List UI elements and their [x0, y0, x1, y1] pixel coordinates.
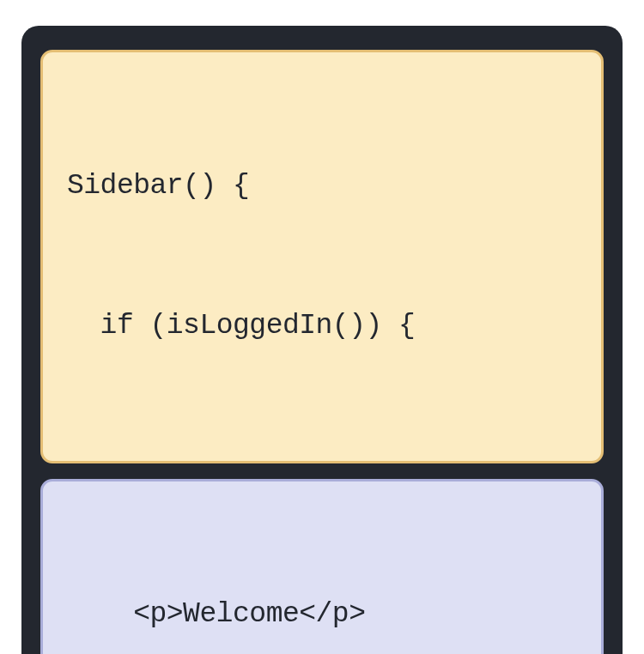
code-diagram-container: Sidebar() { if (isLoggedIn()) { <p>Welco… — [21, 26, 623, 654]
code-line: if (isLoggedIn()) { — [67, 303, 577, 349]
code-block-jsx: <p>Welcome</p> — [40, 479, 604, 655]
code-line: <p>Welcome</p> — [67, 591, 577, 638]
code-line: Sidebar() { — [67, 163, 577, 209]
code-block-js: Sidebar() { if (isLoggedIn()) { — [40, 50, 604, 463]
